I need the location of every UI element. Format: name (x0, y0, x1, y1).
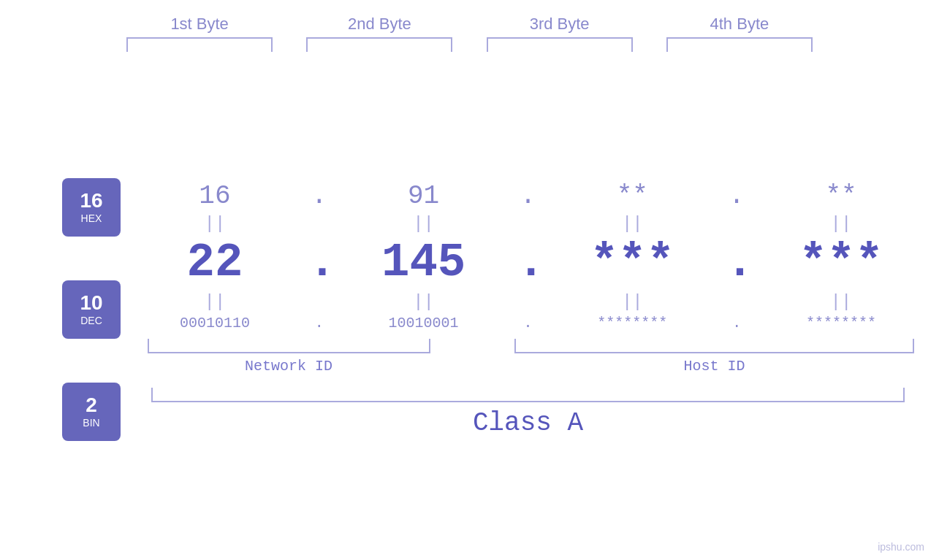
byte3-header: 3rd Byte (487, 15, 633, 34)
byte-headers: 1st Byte 2nd Byte 3rd Byte 4th Byte (0, 15, 939, 34)
dec-b3: *** (559, 237, 705, 289)
dec-dot2: . (517, 237, 539, 289)
hex-b1: 16 (142, 181, 288, 211)
dec-dot1: . (308, 237, 330, 289)
equals-row-2: || || || || (132, 292, 924, 312)
dec-b1: 22 (142, 237, 288, 289)
hex-row: 16 . 91 . ** . ** (132, 181, 924, 211)
hex-badge: 16 HEX (62, 178, 121, 237)
bin-b2: 10010001 (351, 315, 497, 331)
eq2-b3: || (559, 292, 705, 312)
dec-b2: 145 (351, 237, 497, 289)
bracket-byte1 (126, 37, 273, 52)
top-brackets (0, 37, 939, 52)
byte2-header: 2nd Byte (306, 15, 452, 34)
eq1-b1: || (142, 214, 288, 234)
eq2-b4: || (768, 292, 914, 312)
dec-badge: 10 DEC (62, 280, 121, 339)
bin-badge: 2 BIN (62, 383, 121, 441)
hex-b3: ** (559, 181, 705, 211)
dec-row: 22 . 145 . *** . *** (132, 237, 924, 289)
bin-b1: 00010110 (142, 315, 288, 331)
class-label: Class A (132, 408, 924, 438)
byte1-header: 1st Byte (126, 15, 273, 34)
network-id-label: Network ID (245, 358, 332, 375)
eq1-b2: || (351, 214, 497, 234)
hex-dot3: . (726, 181, 748, 211)
dec-b4: *** (768, 237, 914, 289)
eq2-b2: || (351, 292, 497, 312)
hex-dot2: . (517, 181, 539, 211)
hex-dot1: . (308, 181, 330, 211)
bracket-byte3 (487, 37, 633, 52)
hex-b4: ** (768, 181, 914, 211)
bin-dot3: . (726, 315, 748, 331)
bin-dot2: . (517, 315, 539, 331)
main-container: 1st Byte 2nd Byte 3rd Byte 4th Byte 16 H… (0, 0, 939, 560)
bin-b3: ******** (559, 315, 705, 331)
eq2-b1: || (142, 292, 288, 312)
eq1-b4: || (768, 214, 914, 234)
hex-b2: 91 (351, 181, 497, 211)
badges-column: 16 HEX 10 DEC 2 BIN (22, 178, 132, 441)
dec-dot3: . (726, 237, 748, 289)
byte4-header: 4th Byte (666, 15, 813, 34)
bracket-byte4 (666, 37, 813, 52)
equals-row-1: || || || || (132, 214, 924, 234)
eq1-b3: || (559, 214, 705, 234)
bin-b4: ******** (768, 315, 914, 331)
bracket-byte2 (306, 37, 452, 52)
bin-dot1: . (308, 315, 330, 331)
watermark: ipshu.com (878, 541, 924, 553)
values-area: 16 . 91 . ** . ** || || || || 22 (132, 181, 924, 438)
host-id-label: Host ID (683, 358, 745, 375)
bin-row: 00010110 . 10010001 . ******** . *******… (132, 315, 924, 331)
